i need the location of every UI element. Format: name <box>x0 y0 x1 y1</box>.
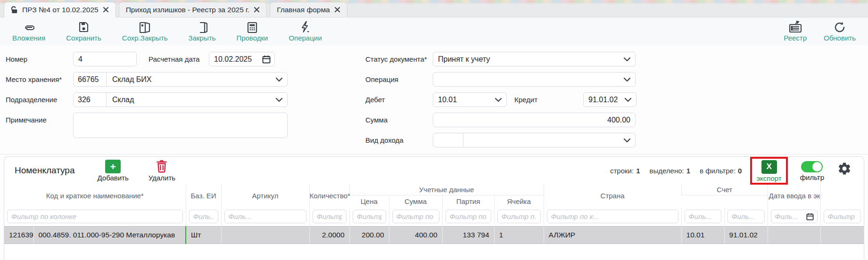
table-row[interactable]: 121639 000.4859. 011.000-95-290 Металлор… <box>4 226 864 244</box>
save-close-button[interactable]: Сохр.Закрыть <box>122 21 168 41</box>
filter-input-cell[interactable] <box>497 210 541 223</box>
number-label: Номер <box>6 52 73 63</box>
chevron-down-icon[interactable] <box>623 77 631 82</box>
calendar-icon[interactable] <box>262 55 271 64</box>
filter-input-credit[interactable] <box>727 210 765 223</box>
column-header-commissioning-date[interactable]: Дата ввода в эксплуатацию <box>768 184 820 207</box>
column-header-price[interactable]: Цена <box>349 195 389 207</box>
column-header-name[interactable]: Код и краткое наименование* <box>4 184 186 207</box>
chevron-down-icon[interactable] <box>495 98 502 102</box>
income-type-select[interactable] <box>433 133 636 147</box>
toolbar-label: Закрыть <box>189 34 216 41</box>
cell-qty[interactable]: 2.0000 <box>309 226 349 244</box>
cell-debit[interactable]: 10.01 <box>681 226 724 244</box>
cell-country[interactable]: АЛЖИР <box>544 226 681 244</box>
cell-cell[interactable]: 1 <box>494 226 544 244</box>
registry-button[interactable]: Реестр <box>784 21 807 41</box>
tab-bar: ПРЗ №4 от 10.02.2025 Приход излишков - Р… <box>0 0 868 17</box>
nomenclature-panel: Номенклатура + Добавить Удалить строки:1… <box>4 156 864 260</box>
amount-input[interactable] <box>433 113 636 127</box>
save-button[interactable]: Сохранить <box>66 21 101 41</box>
chevron-down-icon[interactable] <box>623 138 631 143</box>
cell-commissioning-date[interactable] <box>768 226 820 244</box>
income-type-code[interactable] <box>433 133 463 147</box>
filter-input-batch[interactable] <box>446 210 491 223</box>
toolbar-left-group: Вложения Сохранить Сохр.Закрыть Закрыть <box>12 21 322 41</box>
column-header-unit[interactable]: Баз. ЕИ <box>186 184 221 207</box>
number-input[interactable] <box>73 52 137 66</box>
tab-register[interactable]: Приход излишков - Реестр за 2025 г. <box>119 2 267 17</box>
calc-date-input[interactable]: 10.02.2025 <box>209 52 275 66</box>
storage-code[interactable]: 66765 <box>74 73 107 86</box>
cell-unit[interactable]: Шт <box>186 226 221 244</box>
status-select[interactable]: Принят к учету <box>433 52 636 66</box>
gear-icon[interactable] <box>837 162 851 176</box>
document-form: Номер Расчетная дата 10.02.2025 Место хр… <box>0 45 868 154</box>
delete-row-button[interactable]: Удалить <box>149 160 175 182</box>
column-header-sum[interactable]: Сумма <box>389 195 442 207</box>
close-icon[interactable] <box>254 7 260 13</box>
filter-input-price[interactable] <box>353 210 386 223</box>
credit-value: 91.01.02 <box>588 96 618 104</box>
close-button[interactable]: Закрыть <box>189 21 216 41</box>
column-header-cell[interactable]: Ячейка <box>494 195 544 207</box>
toolbar-label: Проводки <box>236 34 268 41</box>
toggle-on-icon[interactable] <box>801 161 823 172</box>
column-header-extra[interactable] <box>820 184 864 207</box>
add-row-button[interactable]: + Добавить <box>98 160 129 182</box>
income-type-label: Вид дохода <box>365 133 433 144</box>
cell-article[interactable] <box>221 226 309 244</box>
filter-toggle[interactable]: фильтр <box>800 160 824 181</box>
postings-button[interactable]: Проводки <box>236 21 268 41</box>
cell-code[interactable]: 121639 <box>4 226 33 244</box>
column-header-article[interactable]: Артикул <box>221 184 309 207</box>
cell-extra[interactable] <box>820 226 864 244</box>
export-excel-button[interactable]: X экспорт <box>756 160 781 182</box>
storage-select[interactable]: 66765 Склад БИХ <box>73 72 288 87</box>
operation-select[interactable] <box>433 72 636 87</box>
cell-credit[interactable]: 91.01.02 <box>724 226 768 244</box>
division-code[interactable]: 326 <box>74 93 107 106</box>
filter-input-extra[interactable] <box>824 210 861 223</box>
toolbar-right-group: Реестр Обновить <box>784 21 856 41</box>
tab-document[interactable]: ПРЗ №4 от 10.02.2025 <box>4 2 116 17</box>
cell-sum[interactable]: 400.00 <box>389 226 442 244</box>
toolbar-label: Вложения <box>12 34 45 41</box>
cell-price[interactable]: 200.00 <box>349 226 389 244</box>
cell-batch[interactable]: 133 794 <box>442 226 494 244</box>
filter-input-name[interactable] <box>7 210 183 223</box>
trash-icon <box>156 160 167 173</box>
column-header-qty[interactable]: Количество* <box>309 184 349 207</box>
column-header-batch[interactable]: Партия <box>442 195 494 207</box>
filter-input-unit[interactable] <box>189 210 218 223</box>
chevron-down-icon[interactable] <box>275 98 283 102</box>
column-header-country[interactable]: Страна <box>544 184 681 207</box>
division-label: Подразделение <box>6 92 73 104</box>
filter-input-sum[interactable] <box>392 210 439 223</box>
chevron-down-icon[interactable] <box>275 77 283 82</box>
excel-icon: X <box>761 160 777 174</box>
attachments-button[interactable]: Вложения <box>12 21 45 41</box>
credit-select[interactable]: 91.01.02 <box>583 92 637 107</box>
cell-name[interactable]: 000.4859. 011.000-95-290 Металлорукав <box>33 226 186 244</box>
refresh-button[interactable]: Обновить <box>824 21 856 41</box>
division-select[interactable]: 326 Склад <box>73 92 288 107</box>
close-icon[interactable] <box>103 7 109 13</box>
chevron-down-icon[interactable] <box>624 98 632 102</box>
door-icon <box>197 21 207 33</box>
filter-input-debit[interactable] <box>685 210 721 223</box>
filter-row <box>4 207 864 226</box>
debit-select[interactable]: 10.01 <box>433 92 507 107</box>
calendar-icon[interactable] <box>806 213 814 220</box>
filter-input-article[interactable] <box>224 210 306 223</box>
selected-count: выделено:1 <box>650 167 691 175</box>
toolbar-label: Операции <box>289 34 322 41</box>
operations-button[interactable]: Операции <box>289 21 322 41</box>
storage-value: Склад БИХ <box>107 73 287 86</box>
filter-input-qty[interactable] <box>313 210 347 223</box>
note-textarea[interactable] <box>73 113 288 138</box>
filter-input-country[interactable] <box>547 210 678 223</box>
chevron-down-icon[interactable] <box>623 57 631 62</box>
close-icon[interactable] <box>334 7 340 13</box>
tab-main-form[interactable]: Главная форма <box>270 2 347 17</box>
